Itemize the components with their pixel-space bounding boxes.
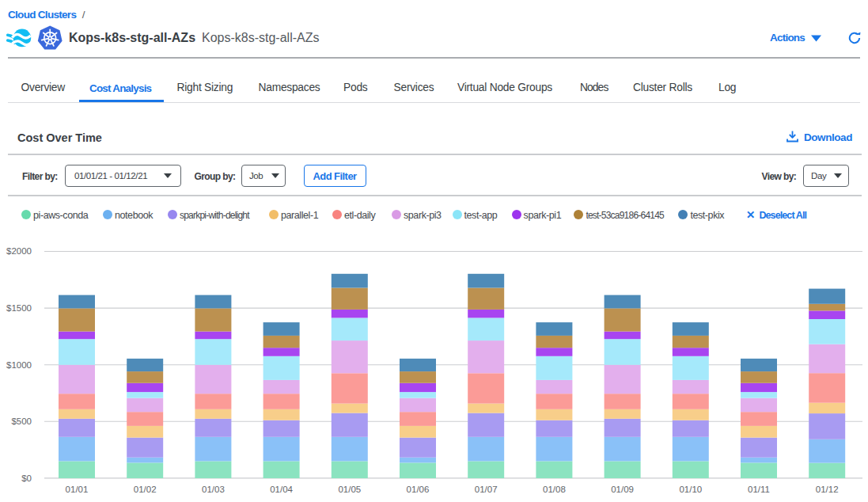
svg-text:$0: $0 [21,473,32,483]
svg-text:01/12: 01/12 [816,485,839,494]
svg-text:01/02: 01/02 [134,485,157,494]
svg-text:01/08: 01/08 [543,485,566,494]
svg-text:01/10: 01/10 [679,485,702,494]
svg-text:01/01: 01/01 [66,485,89,494]
svg-text:01/07: 01/07 [475,485,498,494]
svg-text:$1000: $1000 [6,360,32,370]
svg-text:$2000: $2000 [6,246,32,256]
svg-text:01/03: 01/03 [202,485,225,494]
svg-text:01/11: 01/11 [748,485,770,494]
svg-text:01/09: 01/09 [611,485,634,494]
svg-text:01/06: 01/06 [407,485,430,494]
svg-text:01/05: 01/05 [338,485,361,494]
svg-text:$500: $500 [11,416,32,426]
svg-text:01/04: 01/04 [270,485,293,494]
svg-text:$1500: $1500 [6,303,32,313]
